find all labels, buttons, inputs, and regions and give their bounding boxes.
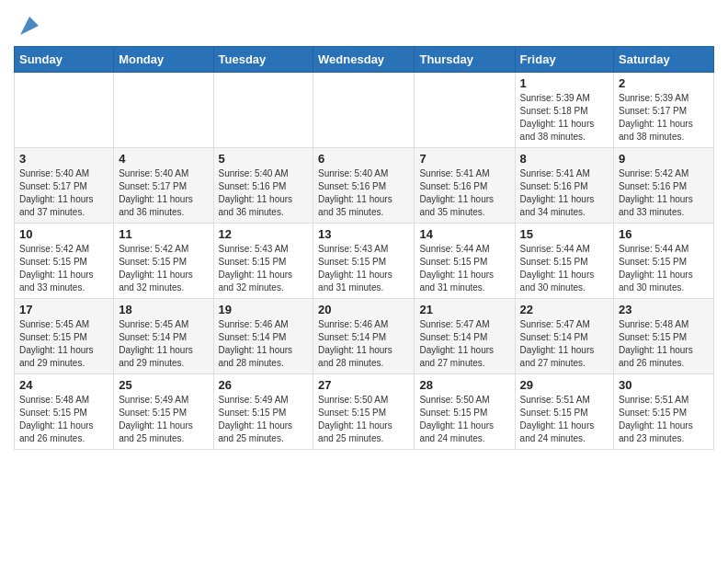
day-number: 20 bbox=[318, 303, 409, 316]
calendar-cell: 24Sunrise: 5:48 AM Sunset: 5:15 PM Dayli… bbox=[15, 374, 114, 450]
logo bbox=[14, 17, 42, 39]
calendar-cell: 13Sunrise: 5:43 AM Sunset: 5:15 PM Dayli… bbox=[313, 224, 415, 299]
day-info: Sunrise: 5:42 AM Sunset: 5:16 PM Dayligh… bbox=[619, 167, 709, 219]
week-row-1: 1Sunrise: 5:39 AM Sunset: 5:18 PM Daylig… bbox=[15, 73, 714, 148]
day-number: 11 bbox=[119, 227, 208, 241]
weekday-header-row: SundayMondayTuesdayWednesdayThursdayFrid… bbox=[15, 47, 714, 73]
day-info: Sunrise: 5:40 AM Sunset: 5:17 PM Dayligh… bbox=[119, 167, 208, 219]
calendar-cell: 5Sunrise: 5:40 AM Sunset: 5:16 PM Daylig… bbox=[213, 148, 313, 224]
day-number: 15 bbox=[520, 227, 609, 241]
calendar-cell: 17Sunrise: 5:45 AM Sunset: 5:15 PM Dayli… bbox=[15, 299, 114, 374]
day-number: 5 bbox=[219, 152, 309, 166]
calendar-cell: 21Sunrise: 5:47 AM Sunset: 5:14 PM Dayli… bbox=[415, 299, 515, 374]
day-info: Sunrise: 5:39 AM Sunset: 5:17 PM Dayligh… bbox=[619, 92, 709, 144]
day-number: 19 bbox=[219, 303, 309, 316]
day-info: Sunrise: 5:49 AM Sunset: 5:15 PM Dayligh… bbox=[219, 394, 309, 445]
calendar-cell: 10Sunrise: 5:42 AM Sunset: 5:15 PM Dayli… bbox=[15, 224, 114, 299]
day-number: 18 bbox=[119, 303, 208, 316]
day-info: Sunrise: 5:47 AM Sunset: 5:14 PM Dayligh… bbox=[520, 318, 609, 370]
day-number: 6 bbox=[318, 152, 409, 166]
day-number: 22 bbox=[520, 303, 609, 316]
day-info: Sunrise: 5:50 AM Sunset: 5:15 PM Dayligh… bbox=[419, 394, 509, 445]
day-number: 1 bbox=[520, 76, 609, 90]
day-number: 30 bbox=[619, 378, 709, 392]
calendar-cell: 7Sunrise: 5:41 AM Sunset: 5:16 PM Daylig… bbox=[415, 148, 515, 224]
day-info: Sunrise: 5:46 AM Sunset: 5:14 PM Dayligh… bbox=[318, 318, 409, 370]
week-row-2: 3Sunrise: 5:40 AM Sunset: 5:17 PM Daylig… bbox=[15, 148, 714, 224]
calendar-cell: 19Sunrise: 5:46 AM Sunset: 5:14 PM Dayli… bbox=[213, 299, 313, 374]
day-number: 7 bbox=[419, 152, 509, 166]
day-info: Sunrise: 5:51 AM Sunset: 5:15 PM Dayligh… bbox=[520, 394, 609, 445]
day-number: 9 bbox=[619, 152, 709, 166]
calendar-cell: 30Sunrise: 5:51 AM Sunset: 5:15 PM Dayli… bbox=[614, 374, 714, 450]
calendar-cell: 26Sunrise: 5:49 AM Sunset: 5:15 PM Dayli… bbox=[213, 374, 313, 450]
calendar-cell: 6Sunrise: 5:40 AM Sunset: 5:16 PM Daylig… bbox=[313, 148, 415, 224]
day-info: Sunrise: 5:44 AM Sunset: 5:15 PM Dayligh… bbox=[419, 243, 509, 294]
day-info: Sunrise: 5:49 AM Sunset: 5:15 PM Dayligh… bbox=[119, 394, 208, 445]
day-number: 2 bbox=[619, 76, 709, 90]
calendar-cell: 3Sunrise: 5:40 AM Sunset: 5:17 PM Daylig… bbox=[15, 148, 114, 224]
calendar-cell: 4Sunrise: 5:40 AM Sunset: 5:17 PM Daylig… bbox=[114, 148, 213, 224]
day-number: 23 bbox=[619, 303, 709, 316]
day-number: 28 bbox=[419, 378, 509, 392]
day-number: 13 bbox=[318, 227, 409, 241]
day-number: 16 bbox=[619, 227, 709, 241]
day-info: Sunrise: 5:51 AM Sunset: 5:15 PM Dayligh… bbox=[619, 394, 709, 445]
day-info: Sunrise: 5:45 AM Sunset: 5:14 PM Dayligh… bbox=[119, 318, 208, 370]
calendar-cell: 28Sunrise: 5:50 AM Sunset: 5:15 PM Dayli… bbox=[415, 374, 515, 450]
week-row-5: 24Sunrise: 5:48 AM Sunset: 5:15 PM Dayli… bbox=[15, 374, 714, 450]
calendar-cell bbox=[114, 73, 213, 148]
day-info: Sunrise: 5:47 AM Sunset: 5:14 PM Dayligh… bbox=[419, 318, 509, 370]
weekday-header-wednesday: Wednesday bbox=[313, 47, 415, 73]
day-number: 10 bbox=[19, 227, 108, 241]
day-info: Sunrise: 5:45 AM Sunset: 5:15 PM Dayligh… bbox=[19, 318, 108, 370]
day-number: 27 bbox=[318, 378, 409, 392]
day-info: Sunrise: 5:43 AM Sunset: 5:15 PM Dayligh… bbox=[318, 243, 409, 294]
calendar-cell bbox=[415, 73, 515, 148]
calendar-cell: 25Sunrise: 5:49 AM Sunset: 5:15 PM Dayli… bbox=[114, 374, 213, 450]
weekday-header-friday: Friday bbox=[515, 47, 613, 73]
week-row-3: 10Sunrise: 5:42 AM Sunset: 5:15 PM Dayli… bbox=[15, 224, 714, 299]
calendar-cell: 16Sunrise: 5:44 AM Sunset: 5:15 PM Dayli… bbox=[614, 224, 714, 299]
weekday-header-saturday: Saturday bbox=[614, 47, 714, 73]
calendar-cell bbox=[213, 73, 313, 148]
day-number: 14 bbox=[419, 227, 509, 241]
svg-marker-0 bbox=[20, 17, 39, 35]
calendar-cell: 1Sunrise: 5:39 AM Sunset: 5:18 PM Daylig… bbox=[515, 73, 613, 148]
day-number: 17 bbox=[19, 303, 108, 316]
day-info: Sunrise: 5:42 AM Sunset: 5:15 PM Dayligh… bbox=[119, 243, 208, 294]
calendar-cell: 9Sunrise: 5:42 AM Sunset: 5:16 PM Daylig… bbox=[614, 148, 714, 224]
day-info: Sunrise: 5:40 AM Sunset: 5:16 PM Dayligh… bbox=[318, 167, 409, 219]
weekday-header-tuesday: Tuesday bbox=[213, 47, 313, 73]
day-info: Sunrise: 5:40 AM Sunset: 5:16 PM Dayligh… bbox=[219, 167, 309, 219]
day-number: 21 bbox=[419, 303, 509, 316]
calendar-cell bbox=[313, 73, 415, 148]
day-info: Sunrise: 5:40 AM Sunset: 5:17 PM Dayligh… bbox=[19, 167, 108, 219]
day-number: 12 bbox=[219, 227, 309, 241]
calendar-cell: 20Sunrise: 5:46 AM Sunset: 5:14 PM Dayli… bbox=[313, 299, 415, 374]
day-number: 29 bbox=[520, 378, 609, 392]
day-number: 25 bbox=[119, 378, 208, 392]
day-info: Sunrise: 5:42 AM Sunset: 5:15 PM Dayligh… bbox=[19, 243, 108, 294]
day-info: Sunrise: 5:39 AM Sunset: 5:18 PM Dayligh… bbox=[520, 92, 609, 144]
day-info: Sunrise: 5:48 AM Sunset: 5:15 PM Dayligh… bbox=[19, 394, 108, 445]
calendar-cell: 27Sunrise: 5:50 AM Sunset: 5:15 PM Dayli… bbox=[313, 374, 415, 450]
day-info: Sunrise: 5:41 AM Sunset: 5:16 PM Dayligh… bbox=[419, 167, 509, 219]
day-info: Sunrise: 5:50 AM Sunset: 5:15 PM Dayligh… bbox=[318, 394, 409, 445]
weekday-header-thursday: Thursday bbox=[415, 47, 515, 73]
logo-icon bbox=[17, 13, 42, 39]
calendar-cell: 12Sunrise: 5:43 AM Sunset: 5:15 PM Dayli… bbox=[213, 224, 313, 299]
day-info: Sunrise: 5:46 AM Sunset: 5:14 PM Dayligh… bbox=[219, 318, 309, 370]
day-info: Sunrise: 5:44 AM Sunset: 5:15 PM Dayligh… bbox=[619, 243, 709, 294]
calendar-cell: 23Sunrise: 5:48 AM Sunset: 5:15 PM Dayli… bbox=[614, 299, 714, 374]
calendar-cell bbox=[15, 73, 114, 148]
calendar-cell: 11Sunrise: 5:42 AM Sunset: 5:15 PM Dayli… bbox=[114, 224, 213, 299]
day-number: 8 bbox=[520, 152, 609, 166]
day-info: Sunrise: 5:48 AM Sunset: 5:15 PM Dayligh… bbox=[619, 318, 709, 370]
calendar-cell: 22Sunrise: 5:47 AM Sunset: 5:14 PM Dayli… bbox=[515, 299, 613, 374]
weekday-header-sunday: Sunday bbox=[15, 47, 114, 73]
weekday-header-monday: Monday bbox=[114, 47, 213, 73]
day-info: Sunrise: 5:43 AM Sunset: 5:15 PM Dayligh… bbox=[219, 243, 309, 294]
day-number: 24 bbox=[19, 378, 108, 392]
day-number: 4 bbox=[119, 152, 208, 166]
